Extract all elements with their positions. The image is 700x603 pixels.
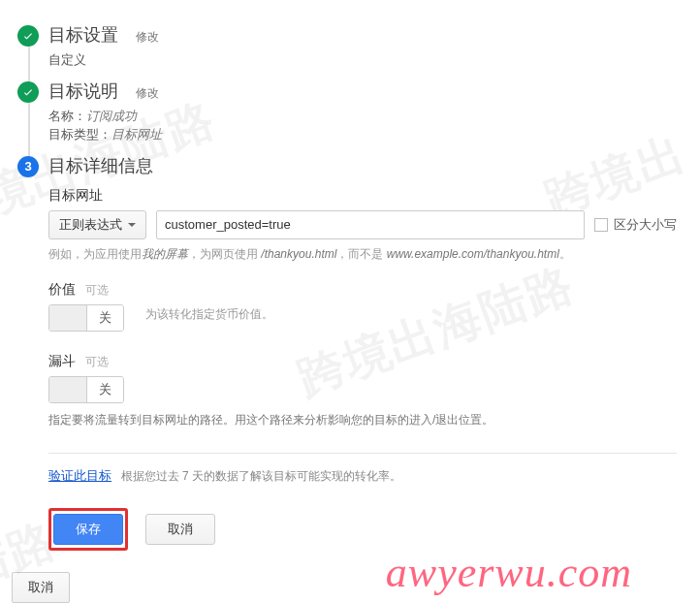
toggle-on-seg[interactable]	[49, 305, 86, 331]
goal-name-row: 名称：订阅成功	[48, 107, 677, 126]
step-subtitle: 自定义	[48, 50, 677, 70]
value-label: 价值	[48, 281, 76, 297]
funnel-toggle[interactable]: 关	[48, 376, 124, 403]
case-sensitive-label: 区分大小写	[614, 216, 677, 234]
toggle-off-seg[interactable]: 关	[86, 377, 123, 402]
goal-name-value: 订阅成功	[86, 109, 137, 123]
check-icon	[17, 81, 39, 103]
check-icon	[17, 25, 39, 47]
goal-type-row: 目标类型：目标网址	[48, 125, 677, 144]
toggle-off-seg[interactable]: 关	[86, 305, 123, 331]
divider	[48, 453, 677, 454]
edit-link[interactable]: 修改	[136, 29, 159, 46]
save-button[interactable]: 保存	[53, 514, 123, 545]
checkbox-icon	[594, 218, 608, 232]
destination-url-label: 目标网址	[48, 187, 677, 205]
verify-goal-link[interactable]: 验证此目标	[48, 468, 111, 483]
step-title: 目标说明	[48, 79, 118, 103]
cancel-button[interactable]: 取消	[145, 514, 215, 545]
funnel-hint: 指定要将流量转到目标网址的路径。用这个路径来分析影响您的目标的进入/退出位置。	[48, 411, 677, 429]
value-hint: 为该转化指定货币价值。	[145, 306, 273, 323]
edit-link[interactable]: 修改	[136, 85, 159, 102]
funnel-label: 漏斗	[48, 353, 76, 368]
bottom-cancel-button[interactable]: 取消	[12, 572, 70, 603]
destination-url-input[interactable]	[156, 210, 585, 239]
value-optional: 可选	[85, 283, 109, 297]
step-goal-setup: 目标设置 修改 自定义	[17, 23, 677, 70]
match-type-value: 正则表达式	[59, 216, 122, 234]
step-number-badge: 3	[17, 156, 39, 177]
step-goal-description: 目标说明 修改 名称：订阅成功 目标类型：目标网址	[17, 79, 677, 144]
destination-hint: 例如，为应用使用我的屏幕，为网页使用 /thankyou.html，而不是 ww…	[48, 245, 677, 264]
goal-type-label: 目标类型：	[48, 127, 111, 142]
step-goal-details: 3 目标详细信息 目标网址 正则表达式 区分大小写	[17, 154, 677, 551]
goal-type-value: 目标网址	[111, 127, 162, 142]
funnel-optional: 可选	[85, 355, 109, 368]
toggle-on-seg[interactable]	[49, 377, 86, 402]
value-toggle[interactable]: 关	[48, 304, 124, 332]
step-title: 目标详细信息	[48, 154, 153, 177]
case-sensitive-checkbox[interactable]: 区分大小写	[594, 216, 677, 234]
goal-name-label: 名称：	[48, 109, 86, 123]
save-highlight: 保存	[48, 508, 128, 551]
step-title: 目标设置	[48, 23, 118, 47]
chevron-down-icon	[128, 223, 136, 227]
match-type-dropdown[interactable]: 正则表达式	[48, 210, 146, 239]
verify-hint: 根据您过去 7 天的数据了解该目标可能实现的转化率。	[121, 469, 401, 483]
